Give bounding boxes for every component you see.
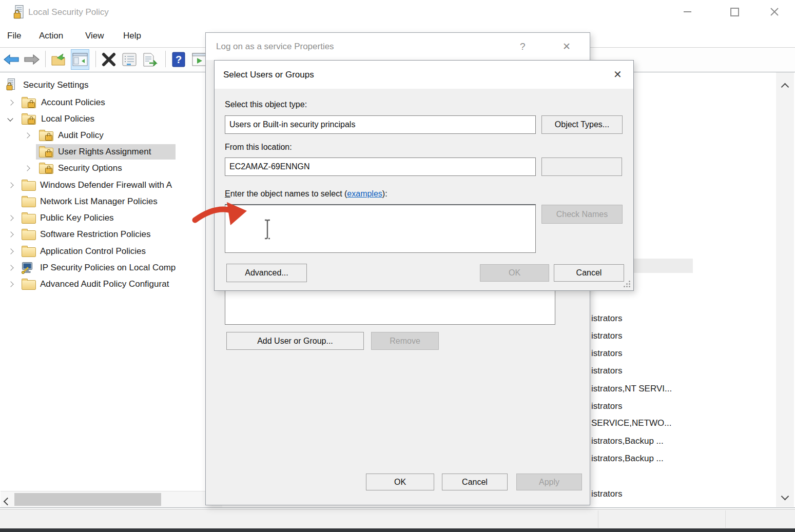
tree-item-windows-defender-firewall[interactable]: Windows Defender Firewall with A [0, 178, 222, 193]
folder-icon [22, 198, 36, 207]
chevron-right-icon[interactable] [8, 265, 13, 270]
app-icon [13, 5, 25, 22]
object-names-label-text: nter the object names to select ( [230, 189, 347, 198]
object-types-button[interactable]: Object Types... [541, 115, 623, 134]
policy-row[interactable]: istrators,Backup ... [591, 434, 664, 448]
tree-item-label: Windows Defender Firewall with A [40, 178, 172, 193]
chevron-right-icon[interactable] [24, 132, 30, 138]
tree-item-security-settings[interactable]: Security Settings [0, 77, 222, 93]
close-button[interactable] [763, 0, 786, 24]
tree-item-advanced-audit-policy[interactable]: Advanced Audit Policy Configurat [0, 277, 222, 292]
policy-row[interactable]: istrators [591, 487, 622, 501]
tree-item-audit-policy[interactable]: Audit Policy [0, 128, 222, 143]
tree-item-network-list-manager[interactable]: Network List Manager Policies [0, 194, 222, 209]
minimize-button[interactable] [675, 0, 699, 24]
dialog-close-button[interactable]: ✕ [613, 61, 622, 89]
policy-row[interactable]: istrators [591, 346, 622, 361]
export-list-button[interactable] [141, 49, 159, 70]
maximize-icon [730, 8, 739, 16]
chevron-right-icon[interactable] [8, 215, 13, 221]
chevron-down-icon[interactable] [7, 115, 13, 121]
lock-icon [45, 135, 52, 141]
chevron-right-icon[interactable] [24, 165, 30, 171]
lock-icon [45, 168, 52, 173]
show-console-tree-button[interactable] [71, 49, 89, 70]
tree-item-security-options[interactable]: Security Options [0, 161, 222, 176]
menu-action[interactable]: Action [39, 25, 63, 47]
dialog-help-button[interactable]: ? [520, 33, 526, 60]
properties-button[interactable] [120, 49, 139, 70]
help-button[interactable]: ? [169, 49, 188, 70]
examples-link[interactable]: examples [347, 189, 382, 198]
check-names-button: Check Names [541, 205, 623, 224]
add-user-or-group-button[interactable]: Add User or Group... [226, 332, 364, 350]
policy-row[interactable]: istrators [591, 329, 622, 343]
tree-item-label: Network List Manager Policies [40, 194, 158, 209]
console-tree-icon [72, 53, 88, 66]
menu-view[interactable]: View [85, 25, 104, 47]
menu-help[interactable]: Help [123, 25, 141, 47]
tree-item-public-key-policies[interactable]: Public Key Policies [0, 210, 222, 226]
back-button[interactable] [2, 49, 21, 70]
export-icon [51, 53, 66, 66]
policy-row[interactable]: istrators [591, 399, 622, 413]
advanced-button[interactable]: Advanced... [226, 264, 307, 282]
tree-item-label: Security Options [58, 161, 122, 176]
policy-row[interactable]: istrators,Backup ... [591, 451, 664, 466]
object-type-field[interactable] [225, 115, 536, 134]
tree-item-software-restriction[interactable]: Software Restriction Policies [0, 227, 222, 242]
chevron-right-icon[interactable] [8, 248, 13, 254]
tree-item-label: Public Key Policies [40, 210, 114, 226]
tree-item-label: Advanced Audit Policy Configurat [40, 277, 169, 292]
policy-row[interactable]: SERVICE,NETWO... [591, 416, 672, 430]
local-security-policy-window: Local Security Policy File Action View H… [0, 0, 795, 532]
select-users-or-groups-dialog: Select Users or Groups ✕ Select this obj… [214, 60, 634, 291]
tree-item-account-policies[interactable]: Account Policies [0, 95, 222, 110]
location-field[interactable] [225, 157, 536, 176]
maximize-button[interactable] [723, 0, 746, 24]
status-bar [0, 509, 795, 529]
ok-button[interactable]: OK [366, 474, 434, 490]
chevron-right-icon[interactable] [8, 100, 13, 105]
export-button[interactable] [49, 49, 68, 70]
tree-item-local-policies[interactable]: Local Policies [0, 111, 222, 127]
folder-icon [22, 280, 36, 290]
cancel-button[interactable]: Cancel [554, 264, 624, 282]
policy-row[interactable]: istrators [591, 364, 622, 378]
tree-item-user-rights-assignment[interactable]: User Rights Assignment [0, 144, 222, 160]
scroll-thumb[interactable] [14, 493, 161, 506]
folder-icon [22, 181, 36, 191]
tree-item-ip-security-policies[interactable]: IP Security Policies on Local Comp [0, 260, 222, 275]
scroll-up-icon[interactable] [782, 83, 788, 92]
object-type-label: Select this object type: [225, 100, 307, 109]
chevron-right-icon[interactable] [8, 281, 13, 287]
policy-row[interactable]: istrators [591, 311, 622, 326]
scroll-left-icon[interactable] [5, 497, 10, 506]
chevron-right-icon[interactable] [8, 231, 13, 237]
object-names-label-end: ): [382, 189, 387, 198]
cancel-button[interactable]: Cancel [442, 474, 508, 490]
scroll-down-icon[interactable] [782, 492, 788, 501]
menu-file[interactable]: File [7, 25, 21, 47]
tree-item-label: Security Settings [23, 77, 89, 93]
text-cursor-ibeam [261, 218, 274, 243]
dialog-close-button[interactable]: ✕ [563, 33, 571, 60]
remove-button: Remove [371, 332, 439, 350]
svg-text:?: ? [176, 54, 182, 65]
forward-icon [24, 54, 40, 65]
chevron-right-icon[interactable] [8, 182, 13, 188]
red-annotation-arrow [192, 201, 249, 233]
lock-icon [28, 102, 35, 108]
policy-row[interactable]: istrators,NT SERVI... [591, 382, 672, 396]
locations-button[interactable] [541, 157, 622, 176]
taskbar-edge [0, 528, 795, 532]
tree-item-application-control[interactable]: Application Control Policies [0, 244, 222, 259]
toolbar-separator [165, 51, 166, 67]
folder-icon [22, 247, 36, 257]
tree-item-label: Software Restriction Policies [40, 227, 150, 242]
tree-horizontal-scrollbar[interactable] [1, 491, 222, 507]
delete-button[interactable] [100, 49, 118, 70]
list-vertical-scrollbar[interactable] [776, 72, 794, 507]
resize-grip[interactable] [623, 280, 631, 290]
forward-button[interactable] [23, 49, 41, 70]
